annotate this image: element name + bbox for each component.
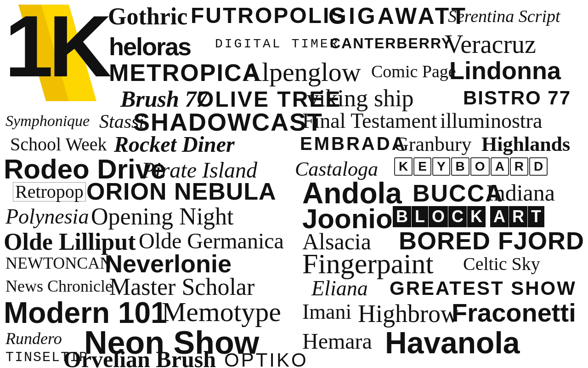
font-modern101: Modern 101 [4, 298, 167, 328]
font-highbrow: Highbrow [358, 301, 458, 326]
font-highlands: Highlands [481, 134, 570, 155]
font-alpenglow: Alpenglow [243, 59, 361, 86]
key-k: K [394, 157, 413, 176]
font-gigawatt: GIGAWATT [328, 5, 468, 28]
font-orvelian-brush: Orvelian Brush [63, 348, 216, 368]
font-opening-night: Opening Night [91, 205, 234, 229]
font-rocket-diner: Rocket Diner [114, 133, 235, 155]
key-o: O [470, 157, 490, 176]
font-newtoncan: NEWTONCAN [6, 255, 112, 271]
font-olde-germanica: Olde Germanica [139, 230, 284, 252]
font-futropolis: FUTROPOLIS [191, 5, 346, 27]
font-veracruz: Veracruz [445, 31, 536, 57]
font-serentina: Serentina Script [448, 7, 560, 25]
block-a2: A [490, 206, 509, 227]
font-heloras: heloras [109, 34, 191, 59]
block-t2: T [528, 206, 544, 227]
font-indiana: Indiana [486, 181, 555, 204]
font-hemara: Hemara [302, 330, 372, 352]
font-optiko: OPTIKO [224, 351, 308, 368]
font-school-week: School Week [10, 135, 107, 154]
font-fingerpaint: Fingerpaint [302, 249, 434, 278]
font-illuminostra: illuminostra [440, 110, 542, 132]
font-eliana: Eliana [311, 278, 368, 299]
font-bistro77: BISTRO 77 [463, 88, 571, 108]
font-neverlonie: Neverlonie [105, 251, 232, 276]
font-retropop: Retropop [13, 182, 86, 201]
font-gothic: Gothric [108, 5, 187, 29]
key-e: E [413, 157, 431, 176]
key-y: Y [432, 157, 450, 176]
font-brush77: Brush 77 [120, 87, 208, 110]
font-final-testament: Final Testament [302, 110, 437, 132]
block-art-font: B L O C K A R T [393, 206, 544, 227]
font-greatest-show: GREATEST SHOW [390, 279, 577, 298]
font-symphonique: Symphonique [6, 113, 90, 129]
font-celtic-sky: Celtic Sky [463, 255, 540, 273]
block-k2: K [467, 206, 486, 227]
font-embrada: EMBRADA [300, 134, 407, 153]
key-r: R [510, 157, 528, 176]
font-granbury: Granbury [394, 134, 472, 155]
logo-text: 1K [5, 2, 107, 90]
block-l: L [412, 206, 428, 227]
font-digital-timer: DIGITAL TIMER [215, 38, 339, 51]
block-space [486, 206, 490, 227]
block-c: C [448, 206, 467, 227]
font-havanola: Havanola [385, 328, 520, 358]
key-a: A [491, 157, 509, 176]
font-rundero: Rundero [6, 330, 62, 347]
key-d: D [529, 157, 548, 176]
font-metropica: METROPICA [109, 61, 260, 85]
font-polynesia: Polynesia [6, 206, 89, 227]
font-orion-nebula: ORION NEBULA [86, 179, 277, 203]
block-b: B [393, 206, 411, 227]
font-master-scholar: Master Scholar [109, 275, 254, 299]
key-b: B [451, 157, 469, 176]
font-fraconetti: Fraconetti [452, 300, 576, 326]
font-canterberry: CANTERBERRY [330, 36, 452, 51]
font-news-chronicle: News Chronicle [6, 278, 113, 294]
block-r2: R [509, 206, 527, 227]
font-shadowcast: SHADOWCAST [133, 109, 323, 134]
font-imani: Imani [302, 301, 351, 322]
logo-container: 1K [5, 2, 103, 108]
font-viking-ship: viking ship [307, 86, 414, 110]
font-lindonna: Lindonna [449, 58, 561, 83]
font-memotype: Memotype [162, 298, 281, 326]
keyboard-font: K E Y B O A R D [394, 157, 548, 176]
block-o: O [429, 206, 448, 227]
font-comic-page: Comic Page [371, 63, 456, 80]
